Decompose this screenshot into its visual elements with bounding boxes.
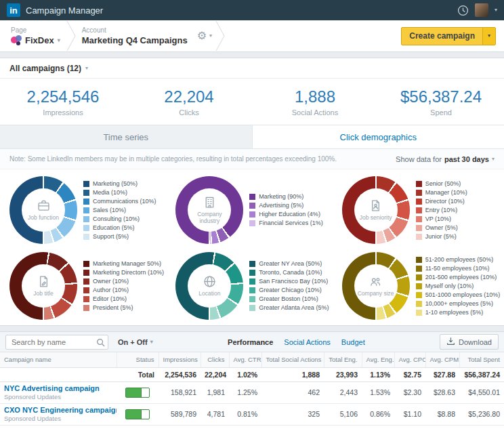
- column-header-status[interactable]: Status: [117, 352, 159, 367]
- legend-swatch: [249, 203, 255, 209]
- account-value: Marketing Q4 Campaigns: [82, 35, 188, 45]
- total-value: 1,888: [261, 367, 324, 381]
- legend-swatch: [416, 234, 422, 240]
- legend-label: Support (5%): [93, 232, 129, 241]
- campaign-metric: $4,550.01: [459, 381, 504, 403]
- charts-grid: Job functionMarketing (50%)Media (10%)Co…: [0, 169, 504, 325]
- campaign-metric: $8.88: [425, 403, 459, 425]
- campaign-link[interactable]: CXO NYC Engineering campaign: [4, 406, 112, 415]
- chart-job-title: Job titleMarketing Manager 50%)Marketing…: [3, 252, 169, 320]
- page-selector[interactable]: Page FixDex: [8, 26, 63, 45]
- legend-item: 1-10 employees (5%): [416, 308, 501, 317]
- legend-swatch: [416, 216, 422, 222]
- globe-icon: [203, 274, 217, 289]
- legend-label: Manager (10%): [425, 188, 467, 197]
- column-header-impressions[interactable]: Impressions: [159, 352, 201, 367]
- linkedin-logo[interactable]: in: [7, 3, 20, 17]
- legend-item: Greater Atlanta Area (5%): [249, 304, 329, 312]
- chart-legend: Marketing Manager 50%)Marketing Director…: [83, 260, 164, 312]
- search-icon: [96, 337, 105, 350]
- legend-label: Financial Services (1%): [259, 219, 323, 228]
- campaigns-table: Campaign nameStatusImpressionsClicksAvg.…: [0, 352, 504, 426]
- legend-label: Myself only (10%): [425, 282, 474, 291]
- campaign-metric: 0.86%: [362, 403, 394, 425]
- section-gap: [0, 52, 504, 58]
- legend-item: Financial Services (1%): [249, 219, 323, 228]
- campaign-subtitle: Sponsored Updates: [4, 415, 112, 422]
- fixdex-logo: [11, 35, 22, 45]
- legend-label: San Francisco Bay (10%): [259, 277, 328, 286]
- tab-click-demographics[interactable]: Click demographics: [253, 125, 504, 148]
- status-filter-dropdown[interactable]: On + Off: [118, 338, 153, 346]
- summary-stats: 2,254,546 Impressions 22,204 Clicks 1,88…: [0, 79, 504, 125]
- status-toggle[interactable]: [125, 388, 150, 398]
- show-data-dropdown[interactable]: Show data for past 30 days: [396, 155, 495, 163]
- tab-time-series[interactable]: Time series: [0, 125, 253, 148]
- legend-item: Director (10%): [416, 197, 467, 206]
- campaign-row: CXO NYC Engineering campaignSponsored Up…: [0, 403, 504, 425]
- legend-label: 51-200 employees (50%): [425, 255, 494, 264]
- legend-item: Advertising (5%): [249, 201, 323, 210]
- caret-down-icon[interactable]: [495, 7, 497, 13]
- column-header-avg-ctr[interactable]: Avg. CTR: [229, 352, 261, 367]
- view-tabs: Time series Click demographics: [0, 125, 504, 149]
- account-settings-button[interactable]: [197, 30, 212, 41]
- total-value: 2,254,536: [159, 367, 201, 381]
- legend-swatch: [416, 199, 422, 205]
- legend-label: Media (10%): [93, 188, 127, 197]
- legend-swatch: [249, 278, 255, 285]
- show-data-prefix: Show data for: [396, 155, 442, 163]
- legend-label: Entry (10%): [425, 206, 458, 215]
- column-header-campaign-name[interactable]: Campaign name: [0, 352, 117, 367]
- column-header-total-eng[interactable]: Total Eng.: [324, 352, 362, 367]
- stat-value: $56,387.24: [378, 87, 504, 106]
- legend-label: Greater Chicago (10%): [259, 286, 322, 295]
- column-header-clicks[interactable]: Clicks: [201, 352, 229, 367]
- status-toggle[interactable]: [125, 409, 150, 419]
- legend-label: Consulting (10%): [93, 215, 140, 224]
- history-icon[interactable]: [457, 5, 469, 16]
- column-header-avg-cpm[interactable]: Avg. CPM: [425, 352, 459, 367]
- legend-item: 201-500 employees (10%): [416, 273, 501, 282]
- page-label: Page: [11, 26, 60, 34]
- tab-budget[interactable]: Budget: [341, 338, 365, 346]
- legend-item: Marketing (50%): [83, 180, 156, 188]
- column-header-avg-eng[interactable]: Avg. Eng.: [362, 352, 394, 367]
- chart-company-size: Company size51-200 employees (50%)11-50 …: [335, 252, 501, 320]
- column-header-total-spent[interactable]: Total Spent: [459, 352, 504, 367]
- avatar[interactable]: [475, 3, 488, 17]
- caret-down-icon: [492, 157, 495, 162]
- stat-label: Impressions: [0, 108, 126, 117]
- create-campaign-button[interactable]: Create campaign: [401, 27, 496, 45]
- all-campaigns-filter[interactable]: All campaigns (12): [0, 58, 504, 79]
- breadcrumb: Page FixDex Account Marketing Q4 Campaig…: [0, 20, 504, 52]
- search-input[interactable]: [5, 335, 108, 350]
- column-header-total-social-actions[interactable]: Total Social Actions: [261, 352, 324, 367]
- donut-center: Job seniority: [354, 188, 398, 232]
- legend-swatch: [416, 301, 422, 307]
- legend-swatch: [416, 292, 422, 298]
- legend-item: Greater Boston (10%): [249, 295, 329, 304]
- document-pencil-icon: [37, 274, 51, 289]
- column-header-avg-cpc[interactable]: Avg. CPC: [394, 352, 425, 367]
- donut-title: Job seniority: [360, 215, 392, 222]
- gear-icon: [197, 30, 207, 41]
- chart-job-seniority: Job senioritySenior (50%)Manager (10%)Di…: [335, 176, 501, 244]
- table-toolbar: On + Off Performance Social Actions Budg…: [0, 332, 504, 352]
- campaign-metric: 158,921: [159, 381, 201, 403]
- tab-performance[interactable]: Performance: [228, 338, 273, 346]
- tab-social-actions[interactable]: Social Actions: [284, 338, 330, 346]
- toggle-knob: [141, 410, 149, 419]
- campaign-link[interactable]: NYC Advertising campaign: [4, 384, 112, 393]
- create-campaign-dropdown[interactable]: [482, 28, 495, 45]
- chart-legend: Greater NY Area (50%)Toronto, Canada (10…: [249, 260, 329, 312]
- account-selector[interactable]: Account Marketing Q4 Campaigns: [79, 26, 190, 45]
- metric-tabs: Performance Social Actions Budget: [228, 338, 365, 346]
- total-value: 1.02%: [229, 367, 261, 381]
- legend-item: Communications (10%): [83, 197, 156, 206]
- donut-title: Company industry: [189, 211, 230, 225]
- legend-label: 1-10 employees (5%): [425, 308, 484, 317]
- legend-label: 501-1000 employees (10%): [425, 291, 501, 299]
- legend-swatch: [249, 194, 255, 200]
- download-button[interactable]: Download: [440, 334, 499, 350]
